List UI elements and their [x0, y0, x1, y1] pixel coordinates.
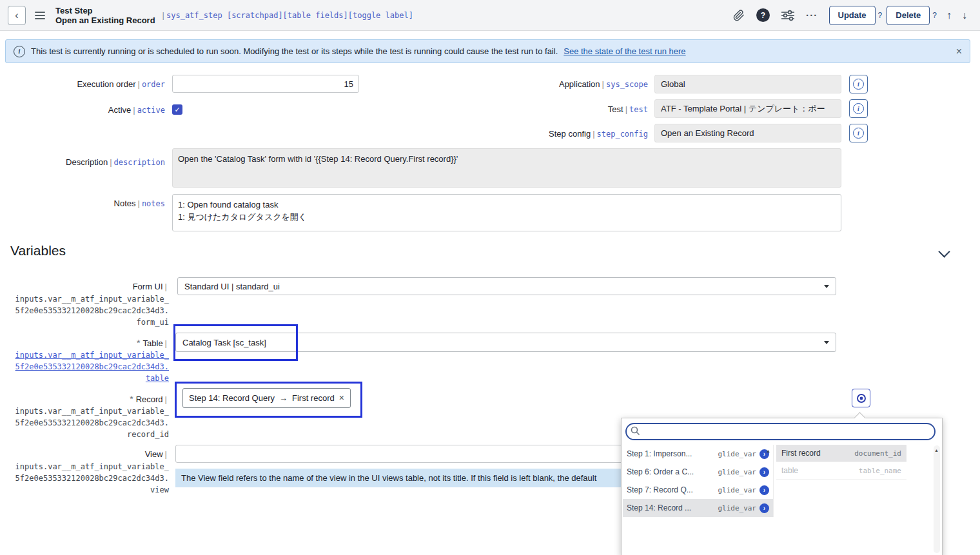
- banner-close-icon[interactable]: ×: [956, 46, 962, 57]
- previous-record-icon[interactable]: ↑: [946, 10, 952, 21]
- notes-label-text: Notes: [114, 199, 136, 208]
- popup-search-input[interactable]: [625, 423, 936, 440]
- active-checkbox[interactable]: ✓: [172, 104, 182, 115]
- test-field-name: test: [629, 105, 648, 114]
- test-label-text: Test: [608, 104, 623, 114]
- description-field-name: description: [114, 158, 165, 167]
- execution-order-label-text: Execution order: [77, 79, 135, 89]
- form-header: ‹ Test Step Open an Existing Record | sy…: [0, 0, 980, 31]
- info-icon: i: [853, 79, 864, 90]
- checkmark-icon: ✓: [174, 106, 180, 114]
- drill-in-chevron-icon[interactable]: ›: [760, 485, 769, 495]
- variables-collapse-chevron-icon[interactable]: [938, 246, 950, 257]
- delete-context-help[interactable]: ?: [932, 11, 937, 20]
- test-run-state-link[interactable]: See the state of the test run here: [564, 46, 685, 56]
- description-value: Open the 'Catalog Task' form with id '{{…: [178, 154, 458, 164]
- application-field: Global: [654, 75, 841, 93]
- form-ui-path-line2: 5f2e0e535332120028bc29cac2dc34d3.: [0, 305, 169, 316]
- list-item-selected[interactable]: Step 14: Record ... glide_var ›: [623, 499, 773, 517]
- more-options-icon[interactable]: ...: [806, 7, 818, 18]
- search-icon: [631, 426, 640, 438]
- header-separator: |: [161, 10, 166, 20]
- list-item[interactable]: Step 7: Record Q... glide_var ›: [623, 481, 773, 499]
- execution-order-field-name: order: [142, 80, 165, 89]
- label-separator: |: [600, 79, 606, 89]
- label-separator: |: [108, 157, 113, 167]
- popup-step-list: Step 1: Imperson... glide_var › Step 6: …: [623, 445, 774, 517]
- list-item[interactable]: Step 1: Imperson... glide_var ›: [623, 445, 773, 463]
- field-label: First record: [781, 449, 821, 458]
- step-label: Step 7: Record Q...: [627, 485, 714, 494]
- personalize-form-icon[interactable]: [781, 10, 794, 21]
- test-reference-info-button[interactable]: i: [849, 99, 868, 118]
- table-technical-name: sys_atf_step [scratchpad][table fields][…: [166, 11, 413, 20]
- execution-order-input[interactable]: [172, 75, 359, 93]
- help-icon[interactable]: ?: [756, 8, 770, 22]
- popup-scrollbar[interactable]: [934, 445, 940, 553]
- record-label-text: Record: [136, 394, 163, 404]
- label-separator: |: [163, 282, 169, 291]
- field-list-scroll-up-icon[interactable]: ▲: [934, 448, 939, 453]
- active-label: Active|active: [0, 105, 165, 115]
- record-input-field[interactable]: Step 14: Record Query → First record ×: [179, 385, 354, 410]
- table-path-line2[interactable]: 5f2e0e535332120028bc29cac2dc34d3.: [0, 361, 169, 373]
- delete-button[interactable]: Delete: [887, 6, 930, 25]
- dropdown-caret-icon: [824, 285, 829, 288]
- label-separator: |: [131, 105, 137, 115]
- record-path-line3: record_id: [0, 429, 169, 440]
- step-label: Step 6: Order a C...: [627, 467, 714, 476]
- field-item-selected[interactable]: First record document_id: [776, 445, 906, 462]
- label-separator: |: [163, 338, 169, 348]
- record-title-block: Test Step Open an Existing Record: [55, 6, 155, 25]
- drill-in-chevron-icon[interactable]: ›: [760, 503, 769, 513]
- notes-line-2: 1: 見つけたカタログタスクを開く: [178, 211, 836, 223]
- view-path-line3: view: [0, 484, 169, 496]
- step-config-label: Step config|step_config: [413, 129, 648, 139]
- form-ui-path-line3: form_ui: [0, 316, 169, 328]
- attachment-icon[interactable]: [733, 10, 745, 21]
- record-path-line2: 5f2e0e535332120028bc29cac2dc34d3.: [0, 417, 169, 429]
- form-ui-path-line1: inputs.var__m_atf_input_variable_: [0, 293, 169, 305]
- view-label-text: View: [145, 449, 163, 459]
- application-reference-info-button[interactable]: i: [849, 75, 868, 93]
- update-context-help[interactable]: ?: [878, 11, 883, 20]
- application-label: Application|sys_scope: [413, 79, 648, 89]
- table-label: *Table|: [0, 338, 169, 348]
- label-separator: |: [163, 394, 169, 404]
- popup-caret: [854, 412, 865, 424]
- step-config-reference-info-button[interactable]: i: [849, 124, 868, 142]
- label-separator: |: [135, 79, 141, 89]
- field-technical-name: table_name: [859, 467, 901, 475]
- info-icon: i: [14, 46, 25, 57]
- test-running-banner: i This test is currently running or is s…: [5, 39, 970, 63]
- drill-in-chevron-icon[interactable]: ›: [760, 467, 769, 477]
- record-label: *Record|: [0, 394, 169, 404]
- back-button[interactable]: ‹: [8, 6, 26, 25]
- record-name-label: Open an Existing Record: [55, 15, 155, 25]
- step-type: glide_var: [718, 468, 756, 476]
- label-separator: |: [623, 104, 629, 114]
- step-type: glide_var: [718, 504, 756, 512]
- list-item[interactable]: Step 6: Order a C... glide_var ›: [623, 463, 773, 481]
- pill-remove-icon[interactable]: ×: [339, 393, 344, 403]
- form-ui-select[interactable]: Standard UI | standard_ui: [177, 277, 836, 295]
- table-path-line3[interactable]: table: [0, 373, 169, 384]
- execution-order-label: Execution order|order: [0, 79, 165, 89]
- pill-arrow-icon: →: [279, 393, 288, 403]
- pill-source-step: Step 14: Record Query: [189, 393, 275, 403]
- record-picker-button[interactable]: [852, 389, 870, 407]
- hamburger-menu-icon[interactable]: [35, 10, 45, 21]
- step-config-value: Open an Existing Record: [661, 128, 754, 138]
- record-variable-pill[interactable]: Step 14: Record Query → First record ×: [182, 388, 351, 408]
- table-path-line1[interactable]: inputs.var__m_atf_input_variable_: [0, 349, 169, 361]
- variables-section-heading: Variables: [10, 243, 66, 258]
- form-ui-selected-value: Standard UI | standard_ui: [184, 282, 280, 291]
- next-record-icon[interactable]: ↓: [962, 10, 967, 21]
- active-field-name: active: [137, 106, 165, 115]
- info-icon: i: [853, 103, 864, 114]
- update-button[interactable]: Update: [829, 6, 876, 25]
- notes-textarea[interactable]: 1: Open found catalog task 1: 見つけたカタログタス…: [172, 194, 841, 231]
- description-label-text: Description: [66, 157, 108, 167]
- step-list-scroll-up-icon[interactable]: ▲: [766, 449, 770, 453]
- table-select[interactable]: Catalog Task [sc_task]: [175, 333, 836, 352]
